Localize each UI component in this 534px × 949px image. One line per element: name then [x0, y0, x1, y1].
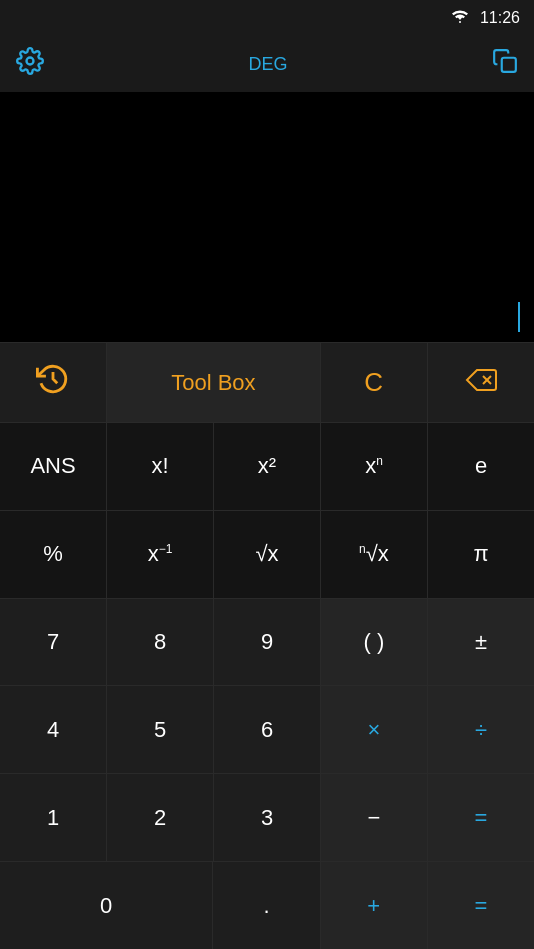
key-row-6: 0 . + =: [0, 861, 534, 949]
toolbox-label: Tool Box: [171, 370, 255, 396]
key-4[interactable]: 4: [0, 686, 107, 773]
calculator-panel: Tool Box C ANS x! x² xn e %: [0, 342, 534, 949]
key-pi[interactable]: π: [428, 511, 534, 598]
key-divide[interactable]: ÷: [428, 686, 534, 773]
key-6[interactable]: 6: [214, 686, 321, 773]
copy-icon[interactable]: [492, 48, 518, 80]
key-factorial[interactable]: x!: [107, 423, 214, 510]
time-display: 11:26: [480, 9, 520, 27]
key-0[interactable]: 0: [0, 862, 213, 949]
key-grid: ANS x! x² xn e % x−1 √x n√x π 7 8 9 ( ) …: [0, 422, 534, 949]
backspace-button[interactable]: [428, 343, 534, 422]
key-power[interactable]: xn: [321, 423, 428, 510]
key-8[interactable]: 8: [107, 599, 214, 686]
top-bar: DEG: [0, 36, 534, 92]
key-equals[interactable]: =: [428, 774, 534, 861]
display-area: [0, 92, 534, 342]
key-parens[interactable]: ( ): [321, 599, 428, 686]
key-9[interactable]: 9: [214, 599, 321, 686]
key-inverse[interactable]: x−1: [107, 511, 214, 598]
key-multiply[interactable]: ×: [321, 686, 428, 773]
key-dot[interactable]: .: [213, 862, 320, 949]
key-plusminus[interactable]: ±: [428, 599, 534, 686]
key-5[interactable]: 5: [107, 686, 214, 773]
key-row-5: 1 2 3 − =: [0, 773, 534, 861]
key-euler[interactable]: e: [428, 423, 534, 510]
key-2[interactable]: 2: [107, 774, 214, 861]
cursor: [518, 302, 520, 332]
key-sqrt[interactable]: √x: [214, 511, 321, 598]
tool-row: Tool Box C: [0, 342, 534, 422]
key-percent[interactable]: %: [0, 511, 107, 598]
key-nthroot[interactable]: n√x: [321, 511, 428, 598]
clear-button[interactable]: C: [321, 343, 428, 422]
key-row-2: % x−1 √x n√x π: [0, 510, 534, 598]
key-add[interactable]: +: [321, 862, 428, 949]
key-subtract[interactable]: −: [321, 774, 428, 861]
clear-label: C: [364, 367, 383, 398]
key-row-4: 4 5 6 × ÷: [0, 685, 534, 773]
status-bar: 11:26: [0, 0, 534, 36]
toolbox-button[interactable]: Tool Box: [107, 343, 320, 422]
key-equals-2[interactable]: =: [428, 862, 534, 949]
key-ans[interactable]: ANS: [0, 423, 107, 510]
key-row-3: 7 8 9 ( ) ±: [0, 598, 534, 686]
settings-icon[interactable]: [16, 47, 44, 82]
key-3[interactable]: 3: [214, 774, 321, 861]
svg-rect-1: [502, 58, 516, 72]
history-button[interactable]: [0, 343, 107, 422]
svg-point-0: [27, 57, 34, 64]
key-square[interactable]: x²: [214, 423, 321, 510]
key-7[interactable]: 7: [0, 599, 107, 686]
key-1[interactable]: 1: [0, 774, 107, 861]
wifi-icon: [450, 9, 470, 27]
history-icon: [36, 362, 70, 403]
key-row-1: ANS x! x² xn e: [0, 422, 534, 510]
backspace-icon: [464, 366, 498, 400]
deg-button[interactable]: DEG: [248, 54, 287, 75]
